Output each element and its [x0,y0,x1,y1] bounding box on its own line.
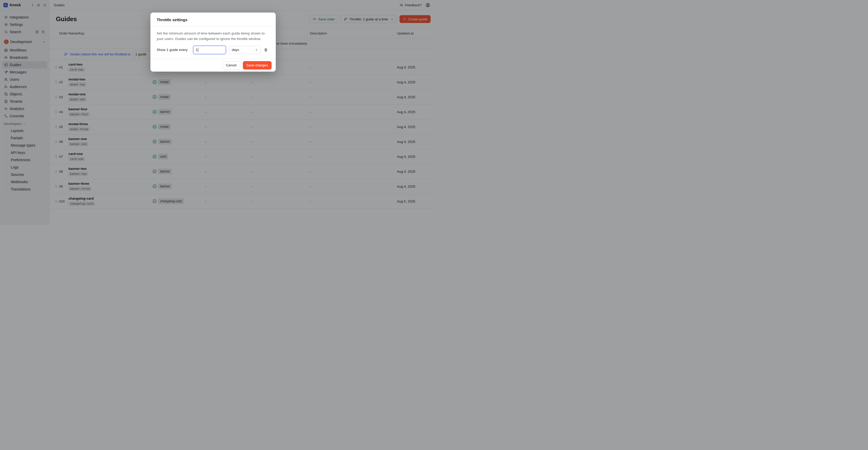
modal-description: Set the minimum amount of time between e… [157,31,270,42]
modal-title: Throttle settings [157,18,270,22]
throttle-amount-input[interactable]: 1 [193,46,226,54]
throttle-field-label: Show 1 guide every [157,48,188,52]
remove-throttle-button[interactable] [264,48,268,52]
throttle-unit-select[interactable]: days [229,46,260,54]
save-changes-button[interactable]: Save changes [243,61,272,69]
select-chevrons-icon [255,48,258,52]
throttle-settings-modal: Throttle settings Set the minimum amount… [150,12,276,72]
cancel-button[interactable]: Cancel [222,61,240,69]
